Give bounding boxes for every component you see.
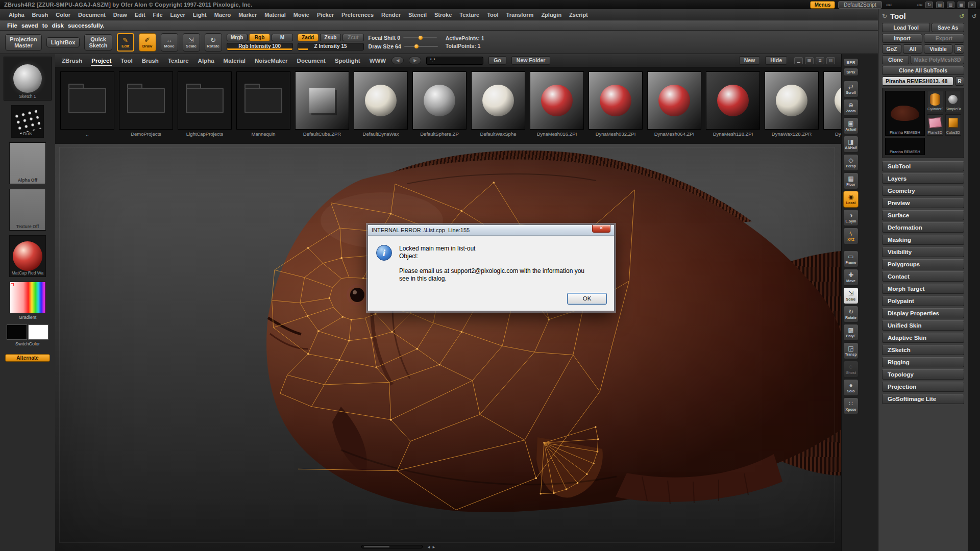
- all-button[interactable]: All: [903, 44, 922, 54]
- right-shelf-button[interactable]: ◲ Transp: [843, 342, 859, 359]
- zcut-button[interactable]: Zcut: [342, 34, 363, 41]
- document-canvas[interactable]: ◄► INTERNAL ERROR .\List.cpp Line:155 ✕ …: [55, 144, 841, 551]
- lightbox-item[interactable]: DemoProjects: [119, 71, 173, 140]
- lock-icon[interactable]: ▥: [947, 2, 954, 8]
- subpalette-header[interactable]: Layers: [882, 173, 964, 184]
- menu-item[interactable]: Stencil: [405, 11, 430, 19]
- menu-item[interactable]: Transform: [503, 11, 537, 19]
- menu-item[interactable]: Picker: [313, 11, 337, 19]
- default-zscript-button[interactable]: DefaultZScript: [838, 1, 881, 9]
- menu-item[interactable]: Color: [52, 11, 74, 19]
- subpalette-header[interactable]: Rigging: [882, 357, 964, 367]
- lightbox-item[interactable]: DefaultSphere.ZP: [412, 71, 467, 140]
- switchcolor-label[interactable]: SwitchColor: [15, 341, 40, 346]
- shelf-collapse-arrows-right[interactable]: ‹‹‹‹: [917, 2, 922, 8]
- menu-item[interactable]: Tool: [483, 11, 502, 19]
- sketch-slot[interactable]: Sketch 1: [4, 57, 52, 101]
- stroke-selector[interactable]: Dots: [11, 105, 44, 138]
- m-button[interactable]: M: [272, 34, 292, 41]
- right-shelf-button[interactable]: ◉ Local: [843, 191, 859, 208]
- menu-item[interactable]: Texture: [456, 11, 483, 19]
- dialog-titlebar[interactable]: INTERNAL ERROR .\List.cpp Line:155 ✕: [368, 225, 614, 236]
- rotate-button[interactable]: ↻ Rotate: [205, 33, 222, 52]
- edit-button[interactable]: ✎ Edit: [117, 33, 134, 52]
- lightbox-tab[interactable]: Tool: [120, 57, 133, 65]
- close-button[interactable]: ✕: [592, 225, 610, 233]
- quick-sketch-button[interactable]: Quick Sketch: [84, 34, 112, 51]
- right-shelf-button[interactable]: ↻ Rotate: [843, 306, 859, 322]
- lightbox-tab[interactable]: Texture: [167, 57, 189, 65]
- menu-item[interactable]: Draw: [110, 11, 131, 19]
- lightbox-tab[interactable]: ZBrush: [61, 57, 83, 65]
- document-icon[interactable]: ▤: [936, 2, 944, 8]
- right-shelf-button[interactable]: ● Solo: [843, 379, 859, 396]
- secondary-color-swatch[interactable]: [28, 324, 48, 340]
- z-intensity-slider[interactable]: Z Intensity 15: [298, 43, 364, 51]
- draw-size-handle[interactable]: [414, 44, 419, 48]
- rgb-button[interactable]: Rgb: [249, 34, 270, 41]
- tool-thumb-cylinder3d[interactable]: Cylinder3D: [927, 91, 943, 112]
- ok-button[interactable]: OK: [567, 293, 607, 305]
- lightbox-item[interactable]: DefaultCube.ZPR: [295, 71, 349, 140]
- subpalette-header[interactable]: Visibility: [882, 247, 964, 257]
- lightbox-tab[interactable]: NoiseMaker: [254, 57, 288, 65]
- tool-thumb-cube3d[interactable]: Cube3D: [945, 114, 962, 136]
- main-color-swatch[interactable]: [7, 324, 27, 340]
- restore-icon[interactable]: ↺: [972, 13, 976, 19]
- lightbox-tab[interactable]: Brush: [141, 57, 159, 65]
- lightbox-item[interactable]: DynaMesh016.ZPI: [530, 71, 584, 140]
- subpalette-header[interactable]: Topology: [882, 369, 964, 380]
- subpalette-header[interactable]: Geometry: [882, 186, 964, 196]
- texture-selector[interactable]: Texture Off: [9, 189, 46, 231]
- canvas-horizontal-scrollbar[interactable]: [361, 545, 423, 548]
- subpalette-header[interactable]: Morph Target: [882, 284, 964, 294]
- lightbox-tab[interactable]: Document: [297, 57, 326, 65]
- active-tool-name[interactable]: Piranha REMESH013. 48: [882, 77, 953, 86]
- forward-arrow-button[interactable]: ▶: [409, 57, 421, 64]
- current-tool-thumbnail[interactable]: Piranha REMESH: [885, 91, 925, 136]
- right-shelf-button[interactable]: SPix: [843, 68, 859, 76]
- scroll-left-icon[interactable]: ◄: [427, 545, 432, 549]
- right-scroll-strip[interactable]: ↺: [968, 9, 980, 551]
- lightbox-item[interactable]: DynaMesh064.ZPI: [647, 71, 701, 140]
- lightbox-button[interactable]: LightBox: [46, 37, 80, 47]
- lightbox-tab[interactable]: WWW: [369, 57, 387, 65]
- lightbox-view-icon[interactable]: ▦: [805, 57, 814, 64]
- subpalette-header[interactable]: Polygroups: [882, 259, 964, 269]
- lightbox-tab[interactable]: Spotlight: [334, 57, 361, 65]
- r-button[interactable]: R: [954, 44, 964, 54]
- right-shelf-button[interactable]: ◨ AAHalf: [843, 136, 859, 153]
- material-selector[interactable]: MatCap Red Wa: [9, 235, 46, 277]
- menu-item[interactable]: File: [150, 11, 166, 19]
- focal-shift-slider[interactable]: Focal Shift 0: [369, 34, 438, 42]
- recycle-icon[interactable]: ↺: [959, 13, 964, 20]
- right-shelf-button[interactable]: ⊕ Zoom: [843, 99, 859, 116]
- lightbox-tab[interactable]: Project: [91, 57, 112, 65]
- export-button[interactable]: Export: [924, 34, 964, 43]
- lightbox-item[interactable]: DefaultWaxSphe: [471, 71, 525, 140]
- subpalette-header[interactable]: Surface: [882, 210, 964, 220]
- subpalette-header[interactable]: Deformation: [882, 222, 964, 233]
- tool-thumb-plane3d[interactable]: Plane3D: [927, 114, 943, 136]
- menu-item[interactable]: Zplugin: [537, 11, 565, 19]
- draw-button[interactable]: ✐ Draw: [139, 33, 156, 52]
- lightbox-item[interactable]: DynaMesh128.ZPI: [706, 71, 760, 140]
- lightbox-item[interactable]: LightCapProjects: [178, 71, 232, 140]
- menus-button[interactable]: Menus: [810, 1, 836, 9]
- new-folder-button[interactable]: New Folder: [511, 56, 551, 65]
- subpalette-header[interactable]: Display Properties: [882, 308, 964, 318]
- menu-item[interactable]: Light: [189, 11, 210, 19]
- refresh-icon[interactable]: ↻: [925, 2, 933, 8]
- right-shelf-button[interactable]: ◇ Persp: [843, 154, 859, 171]
- import-button[interactable]: Import: [882, 34, 922, 43]
- subpalette-header[interactable]: Preview: [882, 198, 964, 208]
- menu-item[interactable]: Alpha: [5, 11, 28, 19]
- lightbox-item[interactable]: ..: [60, 71, 114, 140]
- load-tool-button[interactable]: Load Tool: [882, 23, 930, 32]
- subpalette-header[interactable]: Projection: [882, 382, 964, 392]
- alpha-selector[interactable]: Alpha Off: [9, 142, 46, 184]
- right-shelf-button[interactable]: ✚ Move: [843, 269, 859, 286]
- make-polymesh3d-button[interactable]: Make PolyMesh3D: [911, 55, 964, 64]
- subpalette-header[interactable]: Unified Skin: [882, 320, 964, 331]
- right-shelf-button[interactable]: ▩ PolyF: [843, 324, 859, 341]
